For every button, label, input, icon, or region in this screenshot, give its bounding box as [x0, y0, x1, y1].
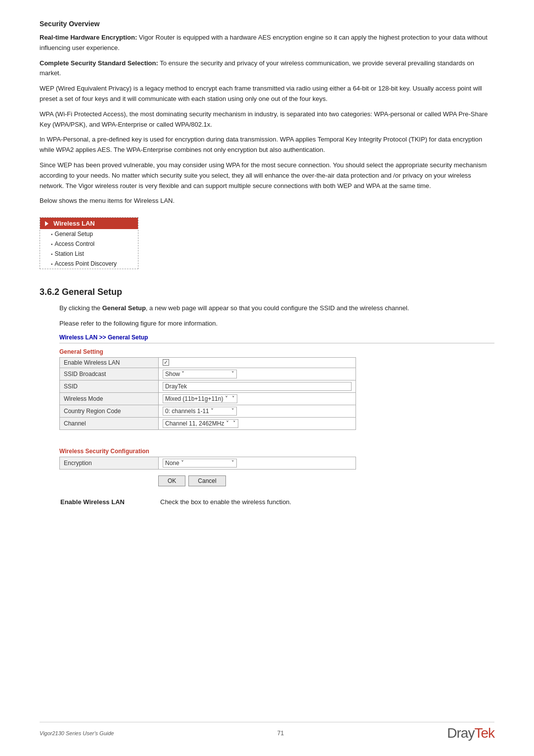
- row-label-country-region: Country Region Code: [60, 405, 159, 417]
- security-form: Encryption None ˅: [59, 457, 356, 470]
- field-desc-row: Enable Wireless LAN Check the box to ena…: [60, 497, 493, 507]
- menu-child-access-control[interactable]: Access Control: [40, 239, 138, 249]
- para1-bold: Real-time Hardware Encryption:: [40, 34, 137, 41]
- table-row: Enable Wireless LAN ✓: [60, 357, 356, 368]
- row-label-ssid-broadcast: SSID Broadcast: [60, 368, 159, 380]
- security-overview-section: Security Overview Real-time Hardware Enc…: [40, 20, 494, 278]
- menu-parent-label: Wireless LAN: [53, 220, 95, 227]
- row-value-enable[interactable]: ✓: [159, 357, 356, 368]
- brand-gray: Dray: [447, 725, 474, 741]
- footer-guide-title: Vigor2130 Series User's Guide: [40, 730, 114, 736]
- field-descriptions: Enable Wireless LAN Check the box to ena…: [59, 496, 494, 508]
- para3: WEP (Wired Equivalent Privacy) is a lega…: [40, 84, 494, 104]
- menu-parent-wireless-lan[interactable]: Wireless LAN: [40, 218, 138, 229]
- table-row: SSID Broadcast Show ˅: [60, 368, 356, 380]
- footer-page-number: 71: [277, 730, 284, 737]
- menu-child-label-1: General Setup: [55, 231, 93, 237]
- ssid-input[interactable]: DrayTek: [163, 382, 352, 391]
- para2: Complete Security Standard Selection: To…: [40, 58, 494, 79]
- row-label-ssid: SSID: [60, 380, 159, 392]
- form-buttons: OK Cancel: [158, 475, 494, 486]
- para2-bold: Complete Security Standard Selection:: [40, 59, 158, 67]
- general-setting-label: General Setting: [59, 348, 494, 355]
- para7: Below shows the menu items for Wireless …: [40, 196, 494, 206]
- table-row: Country Region Code 0: channels 1-11 ˅: [60, 405, 356, 417]
- ok-button[interactable]: OK: [158, 475, 185, 486]
- general-setup-content: By clicking the General Setup, a new web…: [59, 303, 494, 508]
- para5: In WPA-Personal, a pre-defined key is us…: [40, 135, 494, 155]
- chapter-heading: 3.6.2 General Setup: [40, 287, 494, 297]
- row-value-wireless-mode[interactable]: Mixed (11b+11g+11n) ˅: [159, 392, 356, 405]
- wireless-mode-select[interactable]: Mixed (11b+11g+11n) ˅: [163, 394, 237, 403]
- table-row: SSID DrayTek: [60, 380, 356, 392]
- security-config-label: Wireless Security Configuration: [59, 448, 494, 455]
- wireless-lan-menu: Wireless LAN General Setup Access Contro…: [40, 217, 138, 269]
- para1: Real-time Hardware Encryption: Vigor Rou…: [40, 33, 494, 53]
- general-setup-section: 3.6.2 General Setup By clicking the Gene…: [40, 287, 494, 508]
- row-value-channel[interactable]: Channel 11, 2462MHz ˅: [159, 417, 356, 429]
- row-label-encryption: Encryption: [60, 457, 159, 469]
- row-label-enable: Enable Wireless LAN: [60, 357, 159, 368]
- row-label-channel: Channel: [60, 417, 159, 429]
- ssid-broadcast-select[interactable]: Show ˅: [163, 370, 237, 378]
- general-setup-para2: Please refer to the following figure for…: [59, 319, 494, 329]
- encryption-select[interactable]: None ˅: [163, 459, 237, 468]
- table-row: Encryption None ˅: [60, 457, 356, 469]
- menu-child-general-setup[interactable]: General Setup: [40, 229, 138, 239]
- row-value-encryption[interactable]: None ˅: [159, 457, 356, 469]
- general-setup-para1: By clicking the General Setup, a new web…: [59, 303, 494, 314]
- page-breadcrumb: Wireless LAN >> General Setup: [59, 334, 494, 343]
- para4: WPA (Wi-Fi Protected Access), the most d…: [40, 109, 494, 130]
- footer-brand: DrayTek: [447, 725, 494, 741]
- menu-child-label-2: Access Control: [55, 240, 95, 247]
- channel-select[interactable]: Channel 11, 2462MHz ˅: [163, 419, 238, 428]
- table-row: Wireless Mode Mixed (11b+11g+11n) ˅: [60, 392, 356, 405]
- row-value-country-region[interactable]: 0: channels 1-11 ˅: [159, 405, 356, 417]
- security-overview-title: Security Overview: [40, 20, 494, 28]
- country-region-select[interactable]: 0: channels 1-11 ˅: [163, 407, 237, 416]
- field-name-enable: Enable Wireless LAN: [60, 497, 159, 507]
- general-setting-form: Enable Wireless LAN ✓ SSID Broadcast Sho…: [59, 357, 356, 430]
- menu-child-label-4: Access Point Discovery: [55, 260, 117, 267]
- brand-red: Tek: [474, 725, 494, 741]
- table-row: Channel Channel 11, 2462MHz ˅: [60, 417, 356, 429]
- field-desc-enable: Check the box to enable the wireless fun…: [160, 497, 493, 507]
- menu-child-station-list[interactable]: Station List: [40, 249, 138, 259]
- row-label-wireless-mode: Wireless Mode: [60, 392, 159, 405]
- row-value-ssid-broadcast[interactable]: Show ˅: [159, 368, 356, 380]
- para6: Since WEP has been proved vulnerable, yo…: [40, 160, 494, 191]
- page-footer: Vigor2130 Series User's Guide 71 DrayTek: [40, 722, 494, 741]
- cancel-button[interactable]: Cancel: [188, 475, 225, 486]
- triangle-icon: [45, 221, 48, 226]
- menu-child-label-3: Station List: [55, 250, 84, 257]
- spacer: [59, 436, 494, 443]
- row-value-ssid[interactable]: DrayTek: [159, 380, 356, 392]
- menu-child-access-point-discovery[interactable]: Access Point Discovery: [40, 259, 138, 269]
- enable-wireless-checkbox[interactable]: ✓: [163, 359, 169, 366]
